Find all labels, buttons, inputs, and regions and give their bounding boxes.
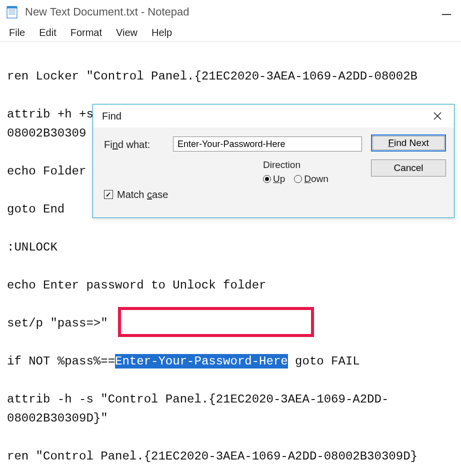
- menu-bar: File Edit Format View Help: [0, 24, 461, 42]
- svg-rect-1: [7, 6, 17, 8]
- editor-line: :UNLOCK: [7, 240, 58, 254]
- editor-line: ren "Control Panel.{21EC2020-3AEA-1069-A…: [7, 450, 418, 463]
- checkbox-icon: [104, 190, 113, 199]
- direction-up-radio[interactable]: Up: [263, 174, 285, 184]
- editor-line: 08002B30309D}": [7, 412, 108, 425]
- direction-label: Direction: [263, 160, 362, 170]
- match-case-checkbox[interactable]: Match case: [104, 184, 362, 204]
- editor-line: attrib -h -s "Control Panel.{21EC2020-3A…: [7, 392, 388, 406]
- find-next-button[interactable]: Find Next: [371, 134, 446, 152]
- window-title: New Text Document.txt - Notepad: [25, 6, 190, 18]
- find-dialog: Find Find what: Find Next Direction Up D…: [92, 104, 454, 218]
- editor-line: goto FAIL: [288, 354, 360, 368]
- close-icon[interactable]: [428, 106, 447, 126]
- editor-line: set/p "pass=>": [7, 316, 108, 330]
- selected-text: Enter-Your-Password-Here: [115, 354, 288, 368]
- editor-line: echo Enter password to Unlock folder: [7, 278, 266, 292]
- cancel-button[interactable]: Cancel: [371, 160, 446, 176]
- direction-down-radio[interactable]: Down: [294, 174, 328, 184]
- find-what-label: Find what:: [104, 134, 169, 154]
- editor-line: echo Folder: [7, 164, 86, 178]
- window-minimize-button[interactable]: [439, 7, 454, 22]
- notepad-icon: [6, 5, 18, 19]
- menu-edit[interactable]: Edit: [39, 27, 56, 38]
- find-what-input[interactable]: [173, 136, 362, 152]
- find-dialog-title: Find: [102, 110, 122, 122]
- editor-line: goto End: [7, 202, 64, 216]
- menu-view[interactable]: View: [116, 27, 138, 38]
- editor-line: 08002B30309: [7, 126, 86, 140]
- radio-icon: [294, 175, 302, 183]
- editor-line: ren Locker "Control Panel.{21EC2020-3AEA…: [7, 70, 418, 83]
- find-dialog-titlebar[interactable]: Find: [93, 104, 454, 128]
- menu-file[interactable]: File: [9, 27, 25, 38]
- window-titlebar: New Text Document.txt - Notepad: [0, 0, 461, 24]
- radio-icon: [263, 175, 271, 183]
- svg-rect-0: [7, 7, 17, 18]
- editor-line: if NOT %pass%==: [7, 354, 115, 368]
- menu-format[interactable]: Format: [70, 27, 102, 38]
- menu-help[interactable]: Help: [152, 27, 172, 38]
